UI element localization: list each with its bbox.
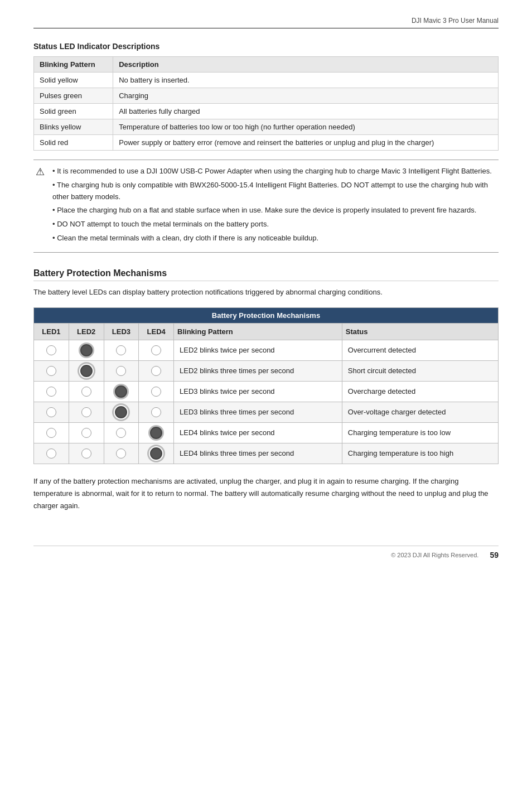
table-row: Pulses greenCharging [34, 88, 499, 104]
table-row: Solid yellowNo battery is inserted. [34, 73, 499, 88]
warning-content: It is recommended to use a DJI 100W USB-… [52, 166, 493, 247]
led-icon [80, 365, 93, 377]
pattern-cell: LED2 blinks twice per second [174, 340, 342, 360]
led2-cell [69, 443, 104, 464]
bp-col-led2: LED2 [69, 323, 104, 340]
led3-cell [104, 443, 139, 464]
description-cell: Charging [113, 88, 499, 104]
led4-cell [139, 381, 174, 402]
warning-item: Clean the metal terminals with a clean, … [52, 233, 493, 244]
status-cell: Short circuit detected [342, 360, 498, 381]
pattern-cell: Solid yellow [34, 73, 113, 88]
table-row: Solid greenAll batteries fully charged [34, 104, 499, 119]
led-icon [151, 345, 161, 355]
warning-icon: ⚠ [33, 166, 47, 178]
bp-col-led1: LED1 [34, 323, 69, 340]
table-row: LED3 blinks three times per secondOver-v… [34, 402, 499, 422]
status-led-title: Status LED Indicator Descriptions [33, 42, 499, 51]
warning-item: DO NOT attempt to touch the metal termin… [52, 219, 493, 230]
warning-item: Place the charging hub on a flat and sta… [52, 205, 493, 216]
led3-cell [104, 422, 139, 443]
table-row: LED4 blinks three times per secondChargi… [34, 443, 499, 464]
pattern-cell: Solid green [34, 104, 113, 119]
led1-cell [34, 443, 69, 464]
table-row: LED4 blinks twice per secondCharging tem… [34, 422, 499, 443]
led4-cell [139, 340, 174, 360]
manual-title: DJI Mavic 3 Pro User Manual [412, 17, 499, 25]
led2-cell [69, 340, 104, 360]
table-row: LED2 blinks three times per secondShort … [34, 360, 499, 381]
page-header: DJI Mavic 3 Pro User Manual [33, 17, 499, 28]
led-icon [81, 448, 91, 459]
pattern-cell: LED3 blinks twice per second [174, 381, 342, 402]
led1-cell [34, 340, 69, 360]
led-icon [151, 407, 161, 417]
led-icon [116, 366, 126, 376]
led4-cell [139, 402, 174, 422]
led-icon [116, 345, 126, 355]
bp-table-header: Battery Protection Mechanisms [34, 307, 499, 323]
status-cell: Charging temperature is too low [342, 422, 498, 443]
bp-col-led3: LED3 [104, 323, 139, 340]
col-blinking-pattern: Blinking Pattern [34, 57, 113, 73]
col-description: Description [113, 57, 499, 73]
pattern-cell: LED2 blinks three times per second [174, 360, 342, 381]
copyright: © 2023 DJI All Rights Reserved. [391, 552, 478, 558]
led-icon [46, 387, 56, 397]
led-icon [81, 387, 91, 397]
led4-cell [139, 422, 174, 443]
led-icon [150, 447, 162, 460]
led-icon [46, 428, 56, 438]
description-cell: Power supply or battery error (remove an… [113, 135, 499, 151]
status-cell: Overcharge detected [342, 381, 498, 402]
status-cell: Charging temperature is too high [342, 443, 498, 464]
led-icon [46, 448, 56, 459]
battery-protection-footer: If any of the battery protection mechani… [33, 475, 499, 512]
battery-protection-intro: The battery level LEDs can display batte… [33, 287, 499, 298]
status-cell: Overcurrent detected [342, 340, 498, 360]
led3-cell [104, 402, 139, 422]
warning-item: It is recommended to use a DJI 100W USB-… [52, 166, 493, 177]
table-row: Blinks yellowTemperature of batteries to… [34, 119, 499, 135]
status-cell: Over-voltage charger detected [342, 402, 498, 422]
led4-cell [139, 443, 174, 464]
page-number: 59 [490, 551, 499, 560]
pattern-cell: LED4 blinks three times per second [174, 443, 342, 464]
led-icon [115, 385, 127, 398]
led-icon [81, 428, 91, 438]
led1-cell [34, 402, 69, 422]
pattern-cell: Solid red [34, 135, 113, 151]
led2-cell [69, 422, 104, 443]
led-icon [46, 366, 56, 376]
led-icon [81, 407, 91, 417]
led3-cell [104, 340, 139, 360]
led-icon [150, 427, 162, 439]
led4-cell [139, 360, 174, 381]
warning-item: The charging hub is only compatible with… [52, 180, 493, 203]
pattern-cell: Pulses green [34, 88, 113, 104]
led-icon [46, 345, 56, 355]
led2-cell [69, 402, 104, 422]
table-row: Solid redPower supply or battery error (… [34, 135, 499, 151]
description-cell: All batteries fully charged [113, 104, 499, 119]
description-cell: No battery is inserted. [113, 73, 499, 88]
warning-block: ⚠ It is recommended to use a DJI 100W US… [33, 160, 499, 253]
description-cell: Temperature of batteries too low or too … [113, 119, 499, 135]
led-icon [80, 344, 93, 356]
led1-cell [34, 381, 69, 402]
led3-cell [104, 381, 139, 402]
bp-col-pattern: Blinking Pattern [174, 323, 342, 340]
bp-col-status: Status [342, 323, 498, 340]
pattern-cell: Blinks yellow [34, 119, 113, 135]
bp-col-led4: LED4 [139, 323, 174, 340]
pattern-cell: LED4 blinks twice per second [174, 422, 342, 443]
led1-cell [34, 422, 69, 443]
led-icon [151, 366, 161, 376]
led-icon [116, 428, 126, 438]
led-icon [151, 387, 161, 397]
table-row: LED2 blinks twice per secondOvercurrent … [34, 340, 499, 360]
led2-cell [69, 381, 104, 402]
table-row: LED3 blinks twice per secondOvercharge d… [34, 381, 499, 402]
led2-cell [69, 360, 104, 381]
led-icon [115, 406, 127, 418]
